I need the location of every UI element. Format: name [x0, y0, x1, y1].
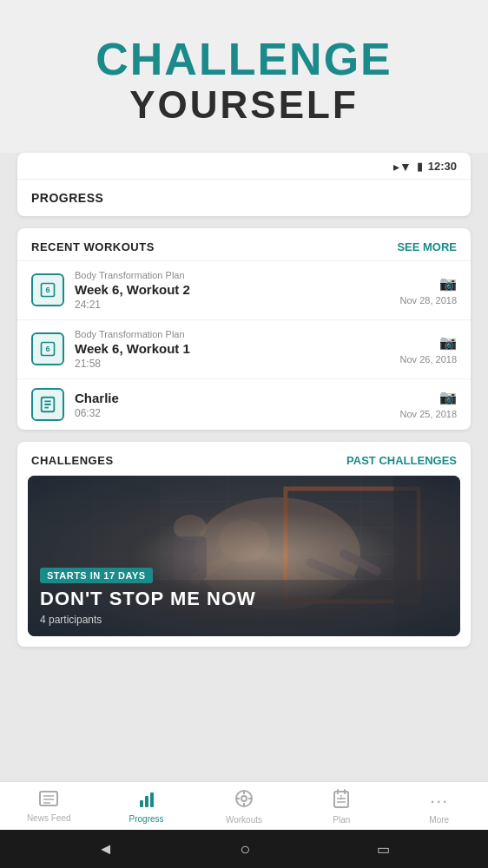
progress-header: PROGRESS: [17, 180, 471, 216]
progress-icon: [138, 790, 155, 812]
workout-date-3: Nov 25, 2018: [400, 409, 457, 419]
newsfeed-label: News Feed: [27, 813, 71, 823]
bottom-nav: News Feed Progress Workouts: [0, 781, 488, 830]
workout-duration-2: 21:58: [75, 358, 400, 370]
status-time: 12:30: [428, 160, 457, 173]
camera-icon-2: 📷: [439, 334, 457, 351]
workout-icon-2: 6: [31, 332, 64, 365]
workout-info-3: Charlie 06:32: [75, 389, 400, 419]
workout-date-2: Nov 26, 2018: [400, 354, 457, 365]
workout-title-3: Charlie: [75, 391, 400, 405]
starts-badge: STARTS IN 17 DAYS: [40, 568, 153, 583]
nav-item-newsfeed[interactable]: News Feed: [23, 791, 75, 823]
challenges-card: CHALLENGES PAST CHALLENGES: [17, 442, 471, 647]
challenge-name: DON'T STOP ME NOW: [40, 589, 448, 609]
status-bar: ▸▼ ▮ 12:30: [17, 153, 471, 180]
see-more-button[interactable]: SEE MORE: [397, 240, 457, 253]
workout-right-1: 📷 Nov 28, 2018: [400, 275, 457, 306]
android-nav-bar: ◄ ○ ▭: [0, 830, 488, 868]
nav-item-progress[interactable]: Progress: [121, 790, 173, 824]
nav-item-more[interactable]: ··· More: [413, 790, 465, 825]
workout-date-1: Nov 28, 2018: [400, 295, 457, 306]
recent-workouts-title: RECENT WORKOUTS: [31, 240, 155, 253]
workouts-label: Workouts: [226, 815, 262, 825]
workout-icon-1: 6: [31, 273, 64, 306]
progress-title: PROGRESS: [31, 191, 103, 205]
hero-challenge-text: CHALLENGE: [17, 35, 471, 84]
svg-text:6: 6: [45, 345, 49, 353]
challenge-banner[interactable]: STARTS IN 17 DAYS DON'T STOP ME NOW 4 pa…: [28, 476, 460, 636]
hero-section: CHALLENGE YOURSELF: [0, 0, 488, 153]
challenges-header: CHALLENGES PAST CHALLENGES: [17, 442, 471, 476]
notes-icon: [31, 388, 64, 421]
workout-plan-name-1: Body Transformation Plan: [75, 270, 400, 280]
plan-icon: 1: [333, 789, 349, 812]
plan-label: Plan: [333, 815, 350, 825]
wifi-icon: ▸▼: [393, 160, 412, 174]
workout-right-3: 📷 Nov 25, 2018: [400, 389, 457, 419]
more-icon: ···: [430, 790, 448, 812]
workout-info-2: Body Transformation Plan Week 6, Workout…: [75, 329, 400, 370]
more-label: More: [429, 815, 449, 825]
recent-workouts-header: RECENT WORKOUTS SEE MORE: [17, 228, 471, 260]
challenges-title: CHALLENGES: [31, 454, 114, 467]
workout-right-2: 📷 Nov 26, 2018: [400, 334, 457, 365]
workout-item-1[interactable]: 6 Body Transformation Plan Week 6, Worko…: [17, 260, 471, 319]
past-challenges-button[interactable]: PAST CHALLENGES: [346, 454, 457, 467]
progress-card: ▸▼ ▮ 12:30 PROGRESS: [17, 153, 471, 216]
workout-title-2: Week 6, Workout 1: [75, 341, 400, 356]
svg-rect-36: [140, 800, 143, 807]
svg-text:6: 6: [45, 286, 49, 294]
android-back-button[interactable]: ◄: [98, 840, 114, 858]
participants-count: 4 participants: [40, 614, 448, 626]
workout-title-1: Week 6, Workout 2: [75, 282, 400, 297]
camera-icon-1: 📷: [439, 275, 457, 292]
workout-item-2[interactable]: 6 Body Transformation Plan Week 6, Worko…: [17, 319, 471, 378]
workouts-icon: [234, 789, 254, 812]
hero-yourself-text: YOURSELF: [17, 84, 471, 126]
android-home-button[interactable]: ○: [240, 839, 250, 859]
svg-rect-37: [145, 796, 148, 807]
status-icons: ▸▼ ▮ 12:30: [393, 160, 457, 174]
battery-icon: ▮: [417, 160, 423, 173]
nav-item-plan[interactable]: 1 Plan: [315, 789, 367, 825]
svg-rect-38: [150, 792, 154, 807]
workout-duration-3: 06:32: [75, 407, 400, 419]
android-recents-button[interactable]: ▭: [377, 841, 390, 858]
svg-point-40: [241, 796, 247, 801]
challenge-overlay: STARTS IN 17 DAYS DON'T STOP ME NOW 4 pa…: [28, 555, 460, 635]
workout-duration-1: 24:21: [75, 299, 400, 311]
workout-plan-name-2: Body Transformation Plan: [75, 329, 400, 339]
recent-workouts-card: RECENT WORKOUTS SEE MORE 6 Body Transfor…: [17, 228, 471, 430]
svg-text:1: 1: [340, 794, 343, 800]
newsfeed-icon: [39, 791, 58, 811]
nav-item-workouts[interactable]: Workouts: [218, 789, 270, 825]
camera-icon-3: 📷: [439, 389, 457, 405]
progress-label: Progress: [129, 814, 164, 824]
workout-item-3[interactable]: Charlie 06:32 📷 Nov 25, 2018: [17, 378, 471, 430]
workout-info-1: Body Transformation Plan Week 6, Workout…: [75, 270, 400, 311]
